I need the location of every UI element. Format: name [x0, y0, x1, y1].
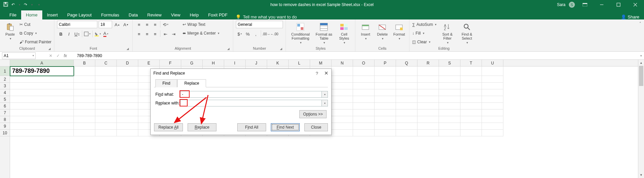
cell-D6[interactable]	[117, 103, 138, 109]
cell-T4[interactable]	[460, 89, 482, 96]
cell-U7[interactable]	[482, 109, 503, 116]
cell-B9[interactable]	[74, 123, 95, 130]
column-header-H[interactable]: H	[203, 60, 224, 66]
replace-button[interactable]: Replace	[188, 123, 216, 131]
dialog-tab-replace[interactable]: Replace	[177, 79, 206, 87]
column-header-J[interactable]: J	[246, 60, 267, 66]
paste-button[interactable]: Paste ▾	[3, 21, 17, 40]
dialog-launcher-icon[interactable]: ◢	[227, 47, 230, 50]
wrap-text-button[interactable]: ↩Wrap Text	[183, 21, 219, 28]
cell-P9[interactable]	[375, 123, 396, 130]
dialog-close-icon[interactable]: ✕	[324, 70, 329, 76]
dialog-launcher-icon[interactable]: ◢	[48, 47, 51, 50]
cell-U3[interactable]	[482, 83, 503, 89]
column-header-M[interactable]: M	[310, 60, 332, 66]
cell-Q5[interactable]	[396, 96, 417, 103]
share-button[interactable]: 👤 Share	[621, 14, 639, 19]
collapse-ribbon-icon[interactable]: ˄	[639, 21, 641, 26]
cell-T6[interactable]	[460, 103, 482, 109]
column-header-L[interactable]: L	[289, 60, 310, 66]
cell-A1[interactable]: 789-789-7890	[10, 66, 74, 76]
find-select-button[interactable]: Find & Select▾	[458, 21, 476, 44]
scrollbar-thumb[interactable]	[639, 66, 643, 86]
cell-A6[interactable]	[10, 103, 74, 109]
clear-button[interactable]: ◫Clear▾	[412, 38, 437, 46]
cell-A3[interactable]	[10, 83, 74, 89]
tab-page-layout[interactable]: Page Layout	[62, 10, 96, 19]
cell-D5[interactable]	[117, 96, 138, 103]
delete-cells-button[interactable]: Delete▾	[375, 21, 390, 40]
cell-S6[interactable]	[439, 103, 460, 109]
cell-P2[interactable]	[375, 76, 396, 83]
cell-A10[interactable]	[10, 130, 74, 136]
dialog-tab-find[interactable]: Find	[155, 79, 177, 87]
increase-indent-icon[interactable]: ⇥	[170, 30, 177, 38]
cell-N4[interactable]	[332, 89, 353, 96]
find-all-button[interactable]: Find All	[237, 123, 266, 131]
replace-with-input[interactable]	[180, 100, 322, 106]
cell-O3[interactable]	[353, 83, 375, 89]
row-header-7[interactable]: 7	[0, 109, 10, 116]
format-painter-button[interactable]: 🖌Format Painter	[19, 38, 51, 46]
align-top-icon[interactable]: ≡	[135, 21, 143, 28]
column-header-B[interactable]: B	[74, 60, 95, 66]
cell-U10[interactable]	[482, 130, 503, 136]
cell-A8[interactable]	[10, 116, 74, 123]
cell-P7[interactable]	[375, 109, 396, 116]
find-what-input[interactable]	[180, 91, 322, 98]
bold-button[interactable]: B	[57, 30, 64, 38]
row-header-6[interactable]: 6	[0, 103, 10, 109]
cell-D8[interactable]	[117, 116, 138, 123]
cell-R9[interactable]	[417, 123, 439, 130]
cell-R3[interactable]	[417, 83, 439, 89]
column-header-C[interactable]: C	[95, 60, 117, 66]
cell-D4[interactable]	[117, 89, 138, 96]
cell-U4[interactable]	[482, 89, 503, 96]
cell-O8[interactable]	[353, 116, 375, 123]
cell-R1[interactable]	[417, 66, 439, 76]
cell-C4[interactable]	[95, 89, 117, 96]
row-header-5[interactable]: 5	[0, 96, 10, 103]
cell-N8[interactable]	[332, 116, 353, 123]
cell-U8[interactable]	[482, 116, 503, 123]
cell-B6[interactable]	[74, 103, 95, 109]
cell-N5[interactable]	[332, 96, 353, 103]
cell-C2[interactable]	[95, 76, 117, 83]
cell-C8[interactable]	[95, 116, 117, 123]
increase-decimal-icon[interactable]: .00→	[262, 30, 270, 38]
cell-C7[interactable]	[95, 109, 117, 116]
cell-C9[interactable]	[95, 123, 117, 130]
tab-view[interactable]: View	[166, 10, 185, 19]
column-header-E[interactable]: E	[138, 60, 160, 66]
insert-function-icon[interactable]: fx	[64, 53, 67, 58]
tab-review[interactable]: Review	[143, 10, 166, 19]
redo-icon[interactable]: ↷	[24, 2, 27, 7]
cell-A9[interactable]	[10, 123, 74, 130]
cell-N2[interactable]	[332, 76, 353, 83]
conditional-formatting-button[interactable]: Conditional Formatting▾	[289, 21, 312, 44]
column-header-S[interactable]: S	[439, 60, 460, 66]
column-header-I[interactable]: I	[224, 60, 246, 66]
scroll-up-icon[interactable]: ▲	[638, 60, 644, 66]
fill-button[interactable]: ↓Fill▾	[412, 30, 437, 37]
tab-help[interactable]: Help	[185, 10, 203, 19]
column-header-F[interactable]: F	[160, 60, 181, 66]
column-header-O[interactable]: O	[353, 60, 375, 66]
align-center-icon[interactable]: ≡	[143, 30, 151, 38]
tab-insert[interactable]: Insert	[42, 10, 63, 19]
cell-D10[interactable]	[117, 130, 138, 136]
minimize-icon[interactable]	[595, 0, 608, 9]
column-header-A[interactable]: A	[10, 60, 74, 66]
cell-B2[interactable]	[74, 76, 95, 83]
cell-R8[interactable]	[417, 116, 439, 123]
cell-B5[interactable]	[74, 96, 95, 103]
format-cells-button[interactable]: Format▾	[392, 21, 406, 40]
column-header-K[interactable]: K	[267, 60, 289, 66]
decrease-font-icon[interactable]: A▼	[122, 21, 130, 28]
cell-R6[interactable]	[417, 103, 439, 109]
cell-T7[interactable]	[460, 109, 482, 116]
qat-customize-icon[interactable]: ▾	[38, 3, 40, 6]
cell-D9[interactable]	[117, 123, 138, 130]
cell-N7[interactable]	[332, 109, 353, 116]
cell-C1[interactable]	[95, 66, 117, 76]
